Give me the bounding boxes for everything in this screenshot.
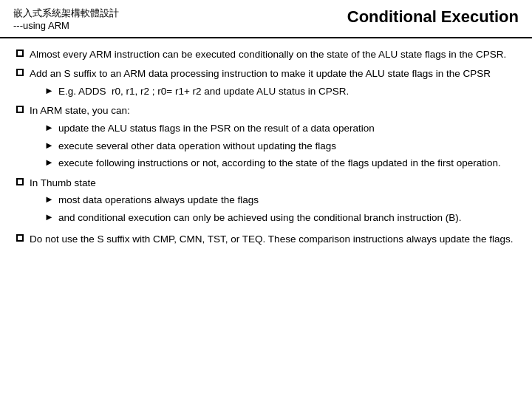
bullet-text-4: In Thumb state xyxy=(30,177,96,188)
sub-text-4-1: most data operations always update the f… xyxy=(58,193,259,208)
bullet-item-1: Almost every ARM instruction can be exec… xyxy=(16,47,516,62)
header-line2: ---using ARM xyxy=(13,20,119,33)
arrow-icon-3-3: ► xyxy=(44,157,55,168)
sub-text-3-3: execute following instructions or not, a… xyxy=(58,156,501,171)
bullet-item-5: Do not use the S suffix with CMP, CMN, T… xyxy=(16,232,516,247)
header-line1: 嵌入式系統架構軟體設計 xyxy=(13,7,119,20)
arrow-icon-3-1: ► xyxy=(44,122,55,133)
header-subtitle: 嵌入式系統架構軟體設計 ---using ARM xyxy=(13,7,119,33)
bullet-item-2: Add an S suffix to an ARM data processin… xyxy=(16,66,516,98)
bullet-text-1: Almost every ARM instruction can be exec… xyxy=(30,47,506,62)
bullet-icon-5 xyxy=(16,234,24,242)
sub-item-3-2: ► execute several other data operation w… xyxy=(44,139,501,154)
bullet-text-2: Add an S suffix to an ARM data processin… xyxy=(30,68,491,79)
sub-text-3-1: update the ALU status flags in the PSR o… xyxy=(58,121,375,136)
sub-text-3-2: execute several other data operation wit… xyxy=(58,139,336,154)
sub-item-2-1: ► E.g. ADDS r0, r1, r2 ; r0= r1+ r2 and … xyxy=(44,84,491,99)
arrow-icon-2-1: ► xyxy=(44,85,55,96)
arrow-icon-4-2: ► xyxy=(44,211,55,222)
sub-text-2-1: E.g. ADDS r0, r1, r2 ; r0= r1+ r2 and up… xyxy=(58,84,349,99)
arrow-icon-4-1: ► xyxy=(44,194,55,205)
sub-text-4-2: and conditional execution can only be ac… xyxy=(58,211,462,225)
sub-item-3-3: ► execute following instructions or not,… xyxy=(44,156,501,171)
bullet-text-3: In ARM state, you can: xyxy=(30,105,130,116)
bullet-icon-1 xyxy=(16,50,24,57)
arrow-icon-3-2: ► xyxy=(44,140,55,151)
sub-item-4-1: ► most data operations always update the… xyxy=(44,193,462,208)
bullet-icon-2 xyxy=(16,69,24,76)
bullet-block-3: In ARM state, you can: ► update the ALU … xyxy=(30,103,501,170)
page-title: Conditional Execution xyxy=(347,7,519,27)
main-content: Almost every ARM instruction can be exec… xyxy=(0,38,532,259)
page-header: 嵌入式系統架構軟體設計 ---using ARM Conditional Exe… xyxy=(0,0,532,38)
sub-item-3-1: ► update the ALU status flags in the PSR… xyxy=(44,121,501,136)
bullet-block-2: Add an S suffix to an ARM data processin… xyxy=(30,66,491,98)
bullet-item-4: In Thumb state ► most data operations al… xyxy=(16,176,516,225)
bullet-icon-3 xyxy=(16,106,24,113)
bullet-item-3: In ARM state, you can: ► update the ALU … xyxy=(16,103,516,170)
bullet-text-5: Do not use the S suffix with CMP, CMN, T… xyxy=(30,232,514,247)
sub-item-4-2: ► and conditional execution can only be … xyxy=(44,211,462,225)
bullet-icon-4 xyxy=(16,178,24,185)
bullet-block-4: In Thumb state ► most data operations al… xyxy=(30,176,462,225)
